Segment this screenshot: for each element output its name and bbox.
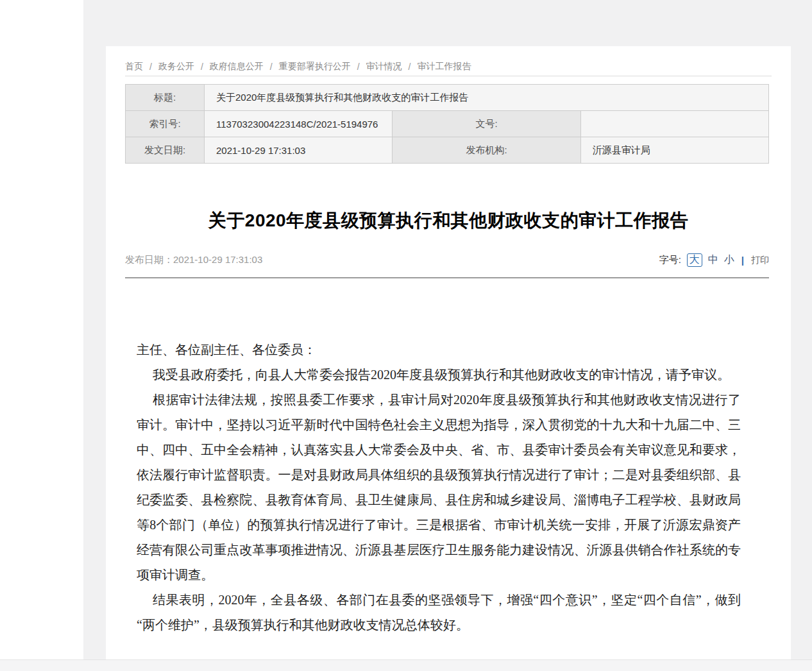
breadcrumb-item-audit-status[interactable]: 审计情况 xyxy=(366,61,402,72)
page-viewport: 首页 / 政务公开 / 政府信息公开 / 重要部署执行公开 / 审计情况 / 审… xyxy=(0,0,812,671)
breadcrumb-item-audit-report[interactable]: 审计工作报告 xyxy=(417,61,471,72)
salutation-paragraph: 主任、各位副主任、各位委员： xyxy=(137,337,741,362)
page-title: 关于2020年度县级预算执行和其他财政收支的审计工作报告 xyxy=(125,208,772,233)
breadcrumb-separator: / xyxy=(409,62,411,72)
breadcrumb: 首页 / 政务公开 / 政府信息公开 / 重要部署执行公开 / 审计情况 / 审… xyxy=(125,46,772,76)
document-meta-table: 标题: 关于2020年度县级预算执行和其他财政收支的审计工作报告 索引号: 11… xyxy=(125,84,769,164)
article-body: 主任、各位副主任、各位委员： 我受县政府委托，向县人大常委会报告2020年度县级… xyxy=(137,337,741,638)
font-size-controls: 字号: 大 中 小 | 打印 xyxy=(659,253,769,267)
controls-divider: | xyxy=(741,255,744,266)
meta-docnum-value xyxy=(580,111,768,137)
breadcrumb-separator: / xyxy=(149,62,152,72)
footer-strip xyxy=(0,659,812,671)
font-size-medium-button[interactable]: 中 xyxy=(708,253,718,267)
breadcrumb-item-gov-info[interactable]: 政府信息公开 xyxy=(210,61,264,72)
breadcrumb-separator: / xyxy=(357,62,360,72)
body-paragraph: 根据审计法律法规，按照县委工作要求，县审计局对2020年度县级预算执行和其他财政… xyxy=(137,387,741,588)
meta-title-value: 关于2020年度县级预算执行和其他财政收支的审计工作报告 xyxy=(205,85,769,111)
meta-agency-value: 沂源县审计局 xyxy=(580,137,768,164)
article-meta-bar: 发布日期：2021-10-29 17:31:03 字号: 大 中 小 | 打印 xyxy=(125,253,769,267)
breadcrumb-item-gov-affairs[interactable]: 政务公开 xyxy=(158,61,194,72)
breadcrumb-item-deployment[interactable]: 重要部署执行公开 xyxy=(279,61,351,72)
table-row: 索引号: 11370323004223148C/2021-5194976 文号: xyxy=(126,111,769,137)
font-size-large-button[interactable]: 大 xyxy=(687,253,702,267)
meta-date-value: 2021-10-29 17:31:03 xyxy=(205,137,393,164)
content-card: 首页 / 政务公开 / 政府信息公开 / 重要部署执行公开 / 审计情况 / 审… xyxy=(106,46,791,659)
table-row: 发文日期: 2021-10-29 17:31:03 发布机构: 沂源县审计局 xyxy=(126,137,769,164)
breadcrumb-separator: / xyxy=(270,62,273,72)
font-size-small-button[interactable]: 小 xyxy=(724,253,734,267)
meta-title-label: 标题: xyxy=(126,85,205,111)
print-button[interactable]: 打印 xyxy=(751,255,769,266)
meta-docnum-label: 文号: xyxy=(393,111,580,137)
font-size-label: 字号: xyxy=(659,254,681,266)
meta-agency-label: 发布机构: xyxy=(393,137,580,164)
publish-date-value: 2021-10-29 17:31:03 xyxy=(173,254,262,265)
meta-date-label: 发文日期: xyxy=(126,137,205,164)
table-row: 标题: 关于2020年度县级预算执行和其他财政收支的审计工作报告 xyxy=(126,85,769,111)
meta-index-value: 11370323004223148C/2021-5194976 xyxy=(205,111,393,137)
breadcrumb-separator: / xyxy=(201,62,203,72)
body-paragraph: 结果表明，2020年，全县各级、各部门在县委的坚强领导下，增强“四个意识”，坚定… xyxy=(137,588,741,638)
publish-date-label: 发布日期： xyxy=(125,254,173,265)
body-paragraph: 我受县政府委托，向县人大常委会报告2020年度县级预算执行和其他财政收支的审计情… xyxy=(137,362,741,387)
meta-index-label: 索引号: xyxy=(126,111,205,137)
publish-date: 发布日期：2021-10-29 17:31:03 xyxy=(125,254,262,266)
title-divider-line xyxy=(125,277,769,278)
breadcrumb-item-home[interactable]: 首页 xyxy=(125,61,143,72)
